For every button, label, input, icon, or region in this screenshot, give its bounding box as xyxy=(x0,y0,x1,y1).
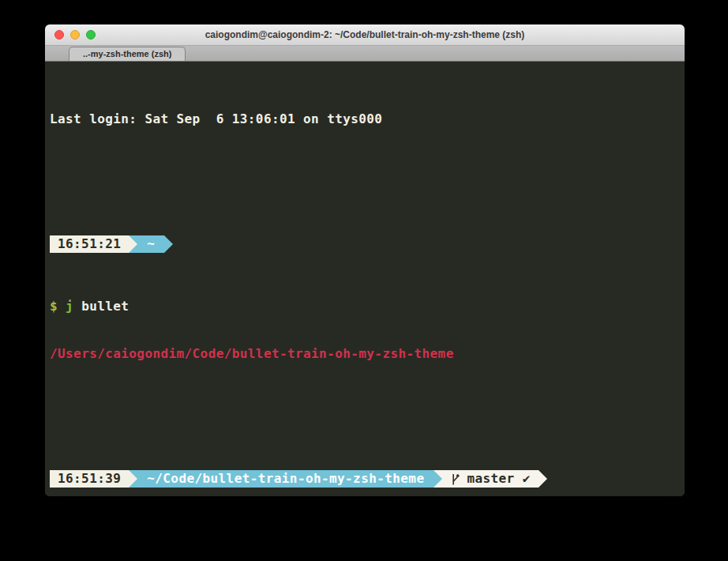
git-branch-icon xyxy=(450,472,460,487)
prompt-time-segment: 16:51:39 xyxy=(50,470,129,488)
prompt-path: ~ xyxy=(147,235,155,253)
shell-prompt: 16:51:21 ~ xyxy=(50,235,685,253)
prompt-path-segment: ~/Code/bullet-train-oh-my-zsh-theme xyxy=(137,470,433,488)
command-args: bullet xyxy=(73,299,129,314)
prompt-char: $ xyxy=(50,299,66,314)
blank-line xyxy=(50,158,685,175)
powerline-separator-icon xyxy=(129,235,137,253)
powerline-separator-icon xyxy=(538,470,547,488)
prompt-path-segment: ~ xyxy=(137,235,164,253)
last-login-line: Last login: Sat Sep 6 13:06:01 on ttys00… xyxy=(50,111,685,128)
shell-prompt: 16:51:39 ~/Code/bullet-train-oh-my-zsh-t… xyxy=(50,470,685,488)
git-clean-check-icon: ✔ xyxy=(523,470,531,488)
tab-bar: ..-my-zsh-theme (zsh) xyxy=(45,46,685,62)
prompt-time-segment: 16:51:21 xyxy=(50,235,129,253)
titlebar[interactable]: caiogondim@caiogondim-2: ~/Code/bullet-t… xyxy=(45,24,685,46)
powerline-separator-icon xyxy=(164,235,173,253)
prompt-path: ~/Code/bullet-train-oh-my-zsh-theme xyxy=(147,470,424,488)
command-line: $ j bullet xyxy=(50,298,685,315)
terminal-screen[interactable]: Last login: Sat Sep 6 13:06:01 on ttys00… xyxy=(45,62,685,496)
prompt-git-segment: master ✔ xyxy=(442,470,538,488)
powerline-separator-icon xyxy=(433,470,442,488)
git-branch-name: master xyxy=(467,470,514,488)
blank-line xyxy=(50,393,685,410)
jump-output: /Users/caiogondim/Code/bullet-train-oh-m… xyxy=(50,345,685,363)
prompt-time: 16:51:21 xyxy=(58,235,121,253)
prompt-time: 16:51:39 xyxy=(58,470,121,488)
terminal-window: caiogondim@caiogondim-2: ~/Code/bullet-t… xyxy=(45,24,685,496)
command-name: j xyxy=(66,299,73,314)
powerline-separator-icon xyxy=(129,470,137,488)
window-title: caiogondim@caiogondim-2: ~/Code/bullet-t… xyxy=(45,24,685,45)
active-tab[interactable]: ..-my-zsh-theme (zsh) xyxy=(69,47,186,61)
